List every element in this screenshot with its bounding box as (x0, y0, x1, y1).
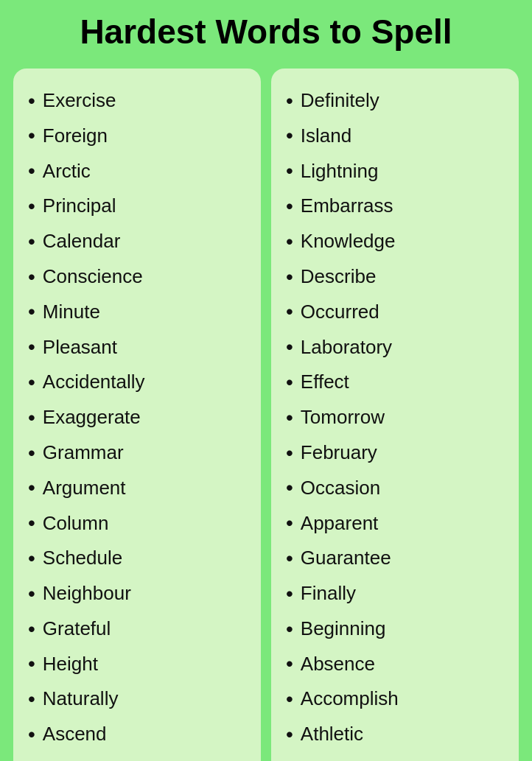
left-word-list: ExerciseForeignArcticPrincipalCalendarCo… (28, 83, 249, 761)
list-item: Grateful (28, 611, 249, 647)
list-item: Principal (28, 189, 249, 224)
right-column: DefinitelyIslandLightningEmbarrassKnowle… (271, 69, 519, 761)
list-item: Arctic (28, 153, 249, 189)
list-item: Accidentally (28, 365, 249, 400)
list-item: Occurred (286, 294, 507, 329)
list-item: Finally (286, 576, 507, 611)
list-item: Naturally (28, 681, 249, 717)
list-item: Describe (286, 259, 507, 295)
list-item: Foreign (28, 118, 249, 153)
list-item: Ascend (28, 717, 249, 752)
list-item: Height (28, 646, 249, 681)
list-item: Occasion (286, 470, 507, 505)
list-item: Schedule (28, 541, 249, 576)
list-item: Rhythm (286, 752, 507, 761)
list-item: Accomplish (286, 681, 507, 717)
right-word-list: DefinitelyIslandLightningEmbarrassKnowle… (286, 83, 507, 761)
list-item: Grammar (28, 435, 249, 471)
page-title: Hardest Words to Spell (15, 13, 517, 51)
list-item: Calendar (28, 224, 249, 259)
list-item: Tomorrow (286, 400, 507, 435)
content-area: ExerciseForeignArcticPrincipalCalendarCo… (0, 61, 532, 761)
list-item: Guarantee (286, 541, 507, 576)
list-item: Definitely (286, 83, 507, 119)
list-item: February (286, 435, 507, 471)
list-item: Apparent (286, 505, 507, 541)
list-item: Beginning (286, 611, 507, 647)
list-item: Minute (28, 294, 249, 329)
list-item: Lightning (286, 153, 507, 189)
list-item: Effect (286, 365, 507, 400)
list-item: Island (286, 118, 507, 153)
list-item: Laboratory (286, 329, 507, 365)
list-item: Column (28, 505, 249, 541)
list-item: Believe (28, 752, 249, 761)
list-item: Absence (286, 646, 507, 681)
list-item: Embarrass (286, 189, 507, 224)
left-column: ExerciseForeignArcticPrincipalCalendarCo… (13, 69, 261, 761)
list-item: Conscience (28, 259, 249, 295)
list-item: Argument (28, 470, 249, 505)
list-item: Pleasant (28, 329, 249, 365)
list-item: Neighbour (28, 576, 249, 611)
page-header: Hardest Words to Spell (0, 0, 532, 61)
list-item: Exercise (28, 83, 249, 119)
list-item: Athletic (286, 717, 507, 752)
list-item: Exaggerate (28, 400, 249, 435)
list-item: Knowledge (286, 224, 507, 259)
